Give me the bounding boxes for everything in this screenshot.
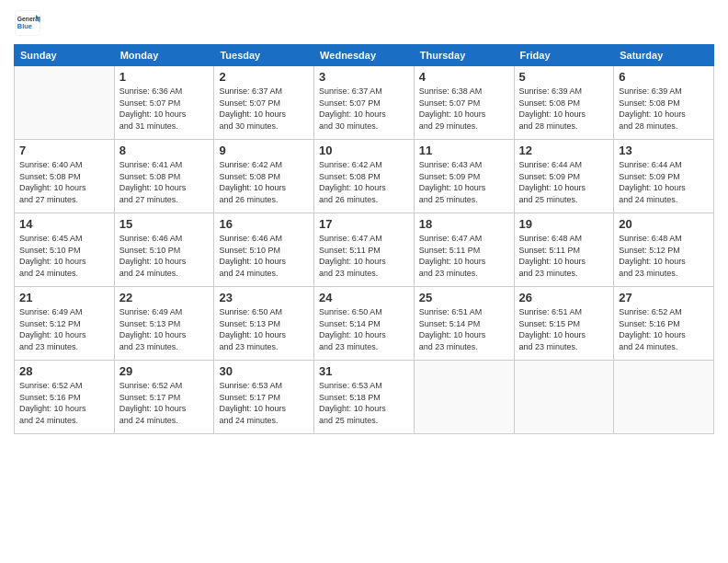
day-number: 3 [319,70,409,84]
day-number: 28 [19,364,109,378]
calendar-week-row: 7Sunrise: 6:40 AM Sunset: 5:08 PM Daylig… [15,140,714,213]
day-number: 27 [619,291,709,304]
calendar-cell: 7Sunrise: 6:40 AM Sunset: 5:08 PM Daylig… [15,140,115,213]
logo: General Blue [14,9,45,37]
day-number: 11 [419,144,509,157]
calendar-cell: 3Sunrise: 6:37 AM Sunset: 5:07 PM Daylig… [314,66,415,140]
day-number: 12 [519,144,609,157]
day-info: Sunrise: 6:50 AM Sunset: 5:14 PM Dayligh… [319,306,409,352]
weekday-header: Friday [514,45,614,66]
day-number: 5 [519,70,609,84]
day-info: Sunrise: 6:36 AM Sunset: 5:07 PM Dayligh… [119,86,210,132]
weekday-header: Sunday [15,45,115,66]
day-number: 4 [419,70,509,84]
day-info: Sunrise: 6:41 AM Sunset: 5:08 PM Dayligh… [119,159,210,205]
calendar-cell: 26Sunrise: 6:51 AM Sunset: 5:15 PM Dayli… [514,287,614,361]
day-number: 7 [19,144,109,157]
calendar-cell: 15Sunrise: 6:46 AM Sunset: 5:10 PM Dayli… [114,213,214,287]
calendar-cell: 4Sunrise: 6:38 AM Sunset: 5:07 PM Daylig… [414,66,514,140]
calendar-week-row: 21Sunrise: 6:49 AM Sunset: 5:12 PM Dayli… [15,287,714,361]
calendar-cell: 24Sunrise: 6:50 AM Sunset: 5:14 PM Dayli… [314,287,415,361]
day-number: 1 [119,70,210,84]
svg-text:Blue: Blue [17,22,32,30]
day-number: 25 [419,291,509,304]
day-number: 16 [219,217,309,231]
calendar-cell: 25Sunrise: 6:51 AM Sunset: 5:14 PM Dayli… [414,287,514,361]
calendar-table: SundayMondayTuesdayWednesdayThursdayFrid… [14,44,714,434]
day-number: 15 [119,217,210,231]
logo-icon: General Blue [14,9,41,37]
day-info: Sunrise: 6:51 AM Sunset: 5:14 PM Dayligh… [419,306,509,352]
calendar-cell: 6Sunrise: 6:39 AM Sunset: 5:08 PM Daylig… [614,66,714,140]
day-info: Sunrise: 6:48 AM Sunset: 5:11 PM Dayligh… [519,233,609,279]
calendar-cell: 23Sunrise: 6:50 AM Sunset: 5:13 PM Dayli… [214,287,314,361]
day-number: 9 [219,144,309,157]
day-info: Sunrise: 6:52 AM Sunset: 5:16 PM Dayligh… [619,306,709,352]
day-info: Sunrise: 6:50 AM Sunset: 5:13 PM Dayligh… [219,306,309,352]
day-info: Sunrise: 6:45 AM Sunset: 5:10 PM Dayligh… [19,233,109,279]
day-number: 8 [119,144,210,157]
calendar-cell: 31Sunrise: 6:53 AM Sunset: 5:18 PM Dayli… [314,361,415,434]
calendar-cell: 16Sunrise: 6:46 AM Sunset: 5:10 PM Dayli… [214,213,314,287]
day-info: Sunrise: 6:42 AM Sunset: 5:08 PM Dayligh… [219,159,309,205]
day-info: Sunrise: 6:49 AM Sunset: 5:13 PM Dayligh… [119,306,210,352]
day-info: Sunrise: 6:49 AM Sunset: 5:12 PM Dayligh… [19,306,109,352]
day-number: 31 [319,364,409,378]
weekday-header: Monday [114,45,214,66]
calendar-cell: 13Sunrise: 6:44 AM Sunset: 5:09 PM Dayli… [614,140,714,213]
calendar-week-row: 1Sunrise: 6:36 AM Sunset: 5:07 PM Daylig… [15,66,714,140]
calendar-cell: 14Sunrise: 6:45 AM Sunset: 5:10 PM Dayli… [15,213,115,287]
calendar-cell: 22Sunrise: 6:49 AM Sunset: 5:13 PM Dayli… [114,287,214,361]
day-number: 17 [319,217,409,231]
day-info: Sunrise: 6:47 AM Sunset: 5:11 PM Dayligh… [419,233,509,279]
day-info: Sunrise: 6:44 AM Sunset: 5:09 PM Dayligh… [519,159,609,205]
calendar-cell: 28Sunrise: 6:52 AM Sunset: 5:16 PM Dayli… [15,361,115,434]
calendar-cell: 9Sunrise: 6:42 AM Sunset: 5:08 PM Daylig… [214,140,314,213]
day-info: Sunrise: 6:37 AM Sunset: 5:07 PM Dayligh… [219,86,309,132]
day-info: Sunrise: 6:44 AM Sunset: 5:09 PM Dayligh… [619,159,709,205]
day-number: 13 [619,144,709,157]
calendar-cell [614,361,714,434]
header: General Blue [14,9,714,37]
day-info: Sunrise: 6:47 AM Sunset: 5:11 PM Dayligh… [319,233,409,279]
day-info: Sunrise: 6:40 AM Sunset: 5:08 PM Dayligh… [19,159,109,205]
calendar-cell: 21Sunrise: 6:49 AM Sunset: 5:12 PM Dayli… [15,287,115,361]
day-number: 6 [619,70,709,84]
day-info: Sunrise: 6:43 AM Sunset: 5:09 PM Dayligh… [419,159,509,205]
day-number: 21 [19,291,109,304]
day-number: 23 [219,291,309,304]
day-info: Sunrise: 6:53 AM Sunset: 5:18 PM Dayligh… [319,380,409,426]
weekday-header: Wednesday [314,45,415,66]
calendar-cell: 17Sunrise: 6:47 AM Sunset: 5:11 PM Dayli… [314,213,415,287]
day-info: Sunrise: 6:39 AM Sunset: 5:08 PM Dayligh… [619,86,709,132]
day-info: Sunrise: 6:46 AM Sunset: 5:10 PM Dayligh… [219,233,309,279]
calendar-cell [414,361,514,434]
calendar-cell: 1Sunrise: 6:36 AM Sunset: 5:07 PM Daylig… [114,66,214,140]
calendar-cell: 5Sunrise: 6:39 AM Sunset: 5:08 PM Daylig… [514,66,614,140]
day-number: 14 [19,217,109,231]
calendar-cell: 18Sunrise: 6:47 AM Sunset: 5:11 PM Dayli… [414,213,514,287]
calendar-cell: 30Sunrise: 6:53 AM Sunset: 5:17 PM Dayli… [214,361,314,434]
calendar-cell: 19Sunrise: 6:48 AM Sunset: 5:11 PM Dayli… [514,213,614,287]
day-number: 22 [119,291,210,304]
day-info: Sunrise: 6:37 AM Sunset: 5:07 PM Dayligh… [319,86,409,132]
weekday-header: Thursday [414,45,514,66]
day-info: Sunrise: 6:51 AM Sunset: 5:15 PM Dayligh… [519,306,609,352]
calendar-cell: 11Sunrise: 6:43 AM Sunset: 5:09 PM Dayli… [414,140,514,213]
day-info: Sunrise: 6:52 AM Sunset: 5:16 PM Dayligh… [19,380,109,426]
page: General Blue SundayMondayTuesdayWednesda… [0,0,728,563]
calendar-cell: 29Sunrise: 6:52 AM Sunset: 5:17 PM Dayli… [114,361,214,434]
weekday-header: Saturday [614,45,714,66]
day-info: Sunrise: 6:53 AM Sunset: 5:17 PM Dayligh… [219,380,309,426]
day-number: 30 [219,364,309,378]
day-info: Sunrise: 6:48 AM Sunset: 5:12 PM Dayligh… [619,233,709,279]
day-info: Sunrise: 6:38 AM Sunset: 5:07 PM Dayligh… [419,86,509,132]
calendar-week-row: 14Sunrise: 6:45 AM Sunset: 5:10 PM Dayli… [15,213,714,287]
day-info: Sunrise: 6:52 AM Sunset: 5:17 PM Dayligh… [119,380,210,426]
day-info: Sunrise: 6:46 AM Sunset: 5:10 PM Dayligh… [119,233,210,279]
day-number: 18 [419,217,509,231]
day-number: 29 [119,364,210,378]
calendar-cell: 2Sunrise: 6:37 AM Sunset: 5:07 PM Daylig… [214,66,314,140]
day-number: 24 [319,291,409,304]
day-number: 2 [219,70,309,84]
